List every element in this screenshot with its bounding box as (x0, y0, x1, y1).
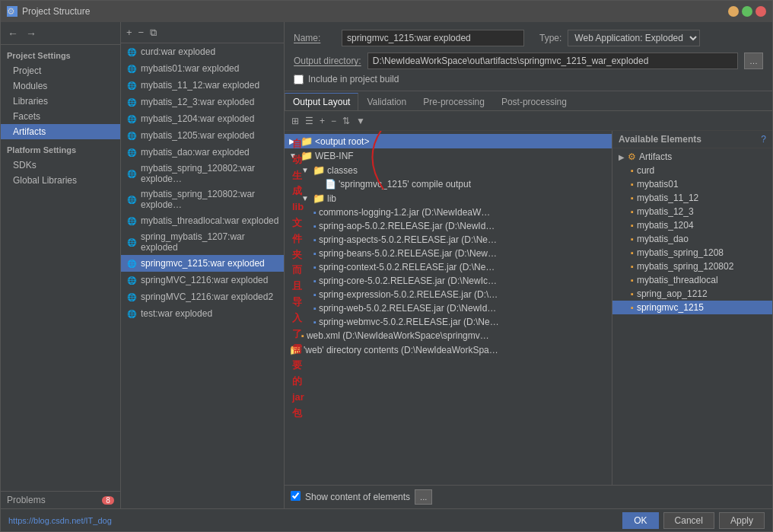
item-icon: ▪ (631, 180, 634, 189)
type-select[interactable]: Web Application: Exploded (568, 30, 700, 46)
avail-item[interactable]: ▪ mybatis_dao (612, 232, 772, 246)
sidebar-item-modules[interactable]: Modules (1, 78, 120, 94)
maximize-button[interactable] (742, 6, 752, 17)
tree-item-lib[interactable]: ▼ 📁 lib (285, 191, 612, 205)
tree-item-jar[interactable]: ▪ commons-logging-1.2.jar (D:\NewIdeaW… (285, 205, 612, 219)
tree-item-webxml[interactable]: ▪ web.xml (D:\NewIdeaWorkSpace\springmv… (285, 329, 612, 342)
avail-item[interactable]: ▪ mybatis_1204 (612, 218, 772, 232)
list-item[interactable]: 🌐 mybatis_11_12:war exploded (121, 77, 284, 94)
tree-label: spring-web-5.0.2.RELEASE.jar (D:\NewId… (319, 303, 496, 314)
war-icon: 🌐 (126, 167, 138, 180)
app-icon: ⚙ (7, 6, 17, 17)
tree-item-jar[interactable]: ▪ spring-web-5.0.2.RELEASE.jar (D:\NewId… (285, 301, 612, 315)
tree-label: 'web' directory contents (D:\NewIdeaWork… (304, 345, 498, 355)
tree-item-web-dir[interactable]: 📁 'web' directory contents (D:\NewIdeaWo… (285, 342, 612, 357)
more-button[interactable]: ▼ (354, 115, 367, 127)
list-item[interactable]: 🌐 mybatis_dao:war exploded (121, 144, 284, 161)
tree-item-jar[interactable]: ▪ spring-aspects-5.0.2.RELEASE.jar (D:\N… (285, 233, 612, 247)
list-item[interactable]: 🌐 mybatis_threadlocal:war exploded (121, 212, 284, 229)
close-button[interactable] (756, 6, 766, 17)
sidebar-item-sdks[interactable]: SDKs (1, 158, 120, 173)
war-icon: 🌐 (126, 291, 138, 303)
avail-item[interactable]: ▪ mybatis_threadlocal (612, 273, 772, 287)
list-item[interactable]: 🌐 mybatis_1204:war exploded (121, 110, 284, 127)
list-item-selected[interactable]: 🌐 springmvc_1215:war exploded (121, 255, 284, 272)
list-item[interactable]: 🌐 test:war exploded (121, 305, 284, 322)
sort-button[interactable]: ⇅ (340, 115, 352, 127)
sidebar-item-facets[interactable]: Facets (1, 109, 120, 124)
item-icon: ▪ (631, 248, 634, 257)
output-dir-label: Output directory: (294, 56, 361, 66)
tree-label: classes (327, 165, 358, 176)
avail-item[interactable]: ▪ spring_aop_1212 (612, 287, 772, 301)
list-item[interactable]: 🌐 springMVC_1216:war exploded2 (121, 288, 284, 305)
back-button[interactable]: ← (5, 27, 21, 40)
sidebar-item-project[interactable]: Project (1, 63, 120, 78)
list-item[interactable]: 🌐 curd:war exploded (121, 43, 284, 60)
tree-item-output-root[interactable]: ▶ 📁 <output root> (285, 134, 612, 148)
sidebar-item-libraries[interactable]: Libraries (1, 94, 120, 109)
name-row: Name: Type: Web Application: Exploded (294, 30, 763, 46)
tab-validation[interactable]: Validation (358, 93, 415, 110)
avail-item[interactable]: ▪ mybatis_spring_120802 (612, 260, 772, 273)
add-element-button[interactable]: + (317, 115, 327, 127)
include-in-build-checkbox[interactable] (294, 75, 304, 84)
title-bar: ⚙ Project Structure (1, 1, 772, 22)
war-icon: 🌐 (126, 146, 138, 158)
avail-item-artifacts[interactable]: ▶ ⚙ Artifacts (612, 150, 772, 164)
apply-button[interactable]: Apply (719, 512, 765, 529)
tree-item-jar[interactable]: ▪ spring-context-5.0.2.RELEASE.jar (D:\N… (285, 260, 612, 274)
minimize-button[interactable] (728, 6, 739, 17)
war-icon: 🌐 (126, 113, 138, 125)
list-item[interactable]: 🌐 mybatis_1205:war exploded (121, 127, 284, 144)
cancel-button[interactable]: Cancel (663, 512, 714, 529)
tab-output-layout[interactable]: Output Layout (285, 93, 358, 110)
tab-postprocessing[interactable]: Post-processing (493, 93, 575, 110)
add-artifact-button[interactable]: + (124, 26, 135, 39)
browse-button[interactable]: … (744, 53, 763, 69)
sidebar-item-global-libraries[interactable]: Global Libraries (1, 173, 120, 188)
list-item[interactable]: 🌐 mybatis_spring_120802:war explode… (121, 161, 284, 186)
copy-artifact-button[interactable]: ⧉ (148, 26, 159, 40)
avail-item[interactable]: ▪ mybatis_spring_1208 (612, 246, 772, 260)
avail-item[interactable]: ▪ mybatis01 (612, 177, 772, 191)
name-label: Name: (294, 33, 336, 43)
list-item[interactable]: 🌐 spring_mybatis_1207:war exploded (121, 229, 284, 255)
main-content: ← → Project Settings Project Modules Lib… (1, 22, 772, 508)
avail-item[interactable]: ▪ mybatis_11_12 (612, 191, 772, 205)
tree-item-compile-output[interactable]: ▶ 📄 'springmvc_1215' compile output (285, 177, 612, 191)
tree-item-jar[interactable]: ▪ spring-core-5.0.2.RELEASE.jar (D:\NewI… (285, 274, 612, 288)
list-item[interactable]: 🌐 springMVC_1216:war exploded (121, 272, 284, 288)
avail-item[interactable]: ▪ curd (612, 164, 772, 177)
tree-item-jar[interactable]: ▪ spring-aop-5.0.2.RELEASE.jar (D:\NewId… (285, 219, 612, 233)
ok-button[interactable]: OK (622, 512, 658, 529)
output-dir-input[interactable] (367, 53, 738, 69)
tab-preprocessing[interactable]: Pre-processing (415, 93, 493, 110)
show-content-checkbox[interactable] (291, 491, 301, 501)
tree-item-webinf[interactable]: ▼ 📁 WEB-INF (285, 148, 612, 163)
ellipsis-button[interactable]: ... (415, 489, 432, 505)
remove-element-button[interactable]: − (329, 115, 339, 127)
remove-artifact-button[interactable]: − (136, 26, 147, 39)
war-icon: 🌐 (126, 215, 138, 227)
tree-item-classes[interactable]: ▼ 📁 classes (285, 163, 612, 177)
platform-settings-label: Platform Settings (1, 139, 120, 158)
list-item[interactable]: 🌐 mybatis01:war exploded (121, 60, 284, 77)
list-item[interactable]: 🌐 mybatis_spring_120802:war explode… (121, 186, 284, 212)
help-button[interactable]: ? (761, 134, 766, 145)
name-input[interactable] (342, 30, 524, 46)
tree-item-jar[interactable]: ▪ spring-webmvc-5.0.2.RELEASE.jar (D:\Ne… (285, 315, 612, 329)
right-bottom-bar: Show content of elements ... (285, 485, 772, 508)
forward-button[interactable]: → (24, 27, 39, 40)
avail-item[interactable]: ▪ mybatis_12_3 (612, 205, 772, 218)
tree-item-jar[interactable]: ▪ spring-expression-5.0.2.RELEASE.jar (D… (285, 288, 612, 301)
avail-item-selected[interactable]: ▪ springmvc_1215 (612, 301, 772, 314)
include-in-build-label: Include in project build (308, 74, 399, 84)
war-icon: 🌐 (126, 274, 138, 286)
sidebar-item-artifacts[interactable]: Artifacts (1, 124, 120, 139)
war-icon: 🌐 (126, 236, 138, 248)
tree-item-jar[interactable]: ▪ spring-beans-5.0.2.RELEASE.jar (D:\New… (285, 247, 612, 260)
show-as-tree-button[interactable]: ⊞ (289, 115, 301, 127)
list-item[interactable]: 🌐 mybatis_12_3:war exploded (121, 94, 284, 110)
show-as-flat-button[interactable]: ☰ (303, 115, 316, 127)
